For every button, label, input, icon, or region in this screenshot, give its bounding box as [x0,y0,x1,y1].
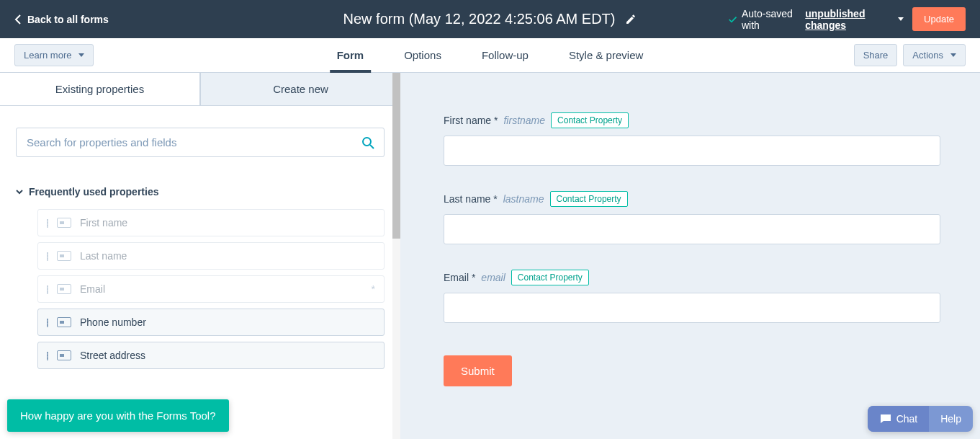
field-input[interactable] [444,214,940,244]
property-item: Last name [37,242,385,270]
field-icon [57,317,71,327]
chat-label: Chat [896,413,918,425]
topbar-right: Auto-saved with unpublished changes Upda… [728,7,966,31]
property-label: First name [80,217,127,229]
actions-button[interactable]: Actions [903,44,966,66]
svg-line-1 [370,145,374,148]
check-icon [728,14,737,25]
property-list: First nameLast nameEmail*Phone numberStr… [16,209,385,369]
tab-style-preview[interactable]: Style & preview [569,38,643,72]
chat-bubble-icon [879,413,892,425]
autosave-prefix: Auto-saved with [742,8,801,31]
search-input[interactable] [16,128,385,157]
property-item: Email* [37,275,385,303]
field-icon [57,218,71,228]
contact-property-badge: Contact Property [551,112,629,128]
learn-more-button[interactable]: Learn more [14,44,94,66]
search-icon[interactable] [361,136,374,149]
left-panel: Existing properties Create new Frequentl… [0,73,400,439]
freq-header-label: Frequently used properties [29,186,158,198]
update-button[interactable]: Update [912,7,966,31]
field-internal-name: firstname [503,115,545,126]
form-canvas: First name *firstnameContact PropertyLas… [400,73,980,439]
autosave-status[interactable]: Auto-saved with unpublished changes [728,8,904,31]
survey-widget[interactable]: How happy are you with the Forms Tool? [7,399,229,432]
field-input[interactable] [444,136,940,166]
form-field[interactable]: Email *emailContact Property [444,270,940,323]
svg-point-0 [363,138,371,146]
field-label: Email * [444,272,475,283]
form-field[interactable]: Last name *lastnameContact Property [444,191,940,244]
back-label: Back to all forms [27,14,109,25]
property-item[interactable]: Street address [37,342,385,369]
chevron-left-icon [14,14,22,25]
property-label: Last name [80,250,127,262]
autosave-emph: unpublished changes [805,8,891,31]
tab-existing-properties[interactable]: Existing properties [0,73,200,105]
submit-button[interactable]: Submit [444,355,512,386]
share-button[interactable]: Share [854,44,898,66]
field-internal-name: lastname [503,193,544,205]
field-icon [57,284,71,294]
property-tabs: Existing properties Create new [0,73,400,106]
chat-button[interactable]: Chat [868,406,930,432]
property-label: Phone number [80,316,146,328]
frequently-used-toggle[interactable]: Frequently used properties [16,186,385,198]
actions-label: Actions [912,50,943,61]
back-to-forms-link[interactable]: Back to all forms [14,14,252,25]
learn-label: Learn more [24,50,71,61]
property-label: Street address [80,350,145,361]
tab-form[interactable]: Form [337,38,364,72]
field-icon [57,350,71,360]
field-icon [57,251,71,261]
field-label: Last name * [444,193,498,205]
caret-down-icon [898,17,904,21]
form-title: New form (May 12, 2022 4:25:06 AM EDT) [343,11,616,27]
pencil-icon[interactable] [625,14,637,25]
toolbar: Learn more Form Options Follow-up Style … [0,38,980,73]
property-item[interactable]: Phone number [37,309,385,336]
caret-down-icon [78,53,84,57]
chevron-down-icon [16,188,23,195]
contact-property-badge: Contact Property [550,191,628,207]
chat-help-widget: Chat Help [868,406,973,432]
property-label: Email [80,283,105,295]
required-star: * [372,283,375,295]
form-field[interactable]: First name *firstnameContact Property [444,112,940,166]
title-wrap: New form (May 12, 2022 4:25:06 AM EDT) [252,11,728,27]
caret-down-icon [950,53,956,57]
main-tabs: Form Options Follow-up Style & preview [337,38,644,72]
contact-property-badge: Contact Property [511,270,589,285]
tab-create-new[interactable]: Create new [200,73,400,105]
field-internal-name: email [481,272,505,283]
field-label: First name * [444,115,498,126]
body: Existing properties Create new Frequentl… [0,73,980,439]
tab-follow-up[interactable]: Follow-up [482,38,529,72]
property-item: First name [37,209,385,236]
field-input[interactable] [444,293,940,323]
topbar: Back to all forms New form (May 12, 2022… [0,0,980,38]
tab-options[interactable]: Options [404,38,441,72]
help-button[interactable]: Help [929,406,973,432]
